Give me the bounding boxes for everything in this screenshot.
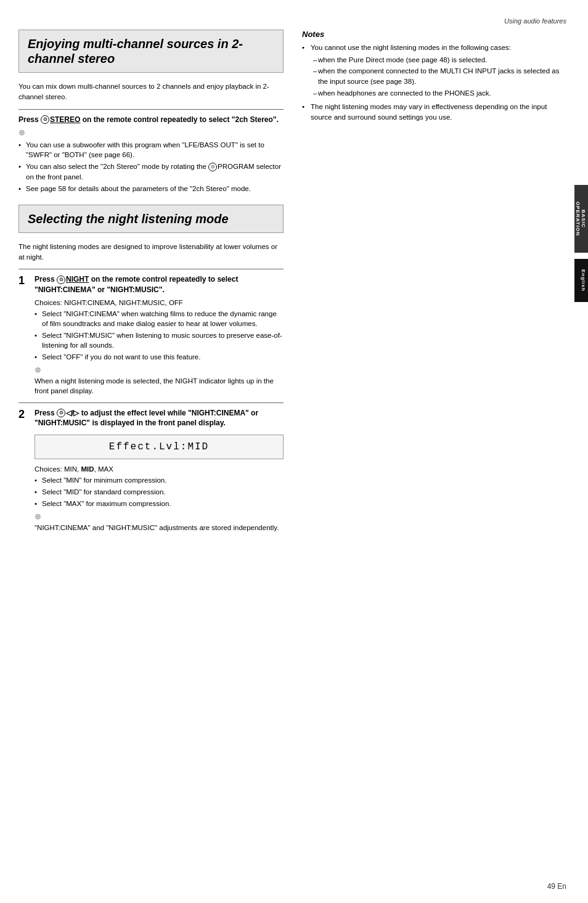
step1-bullets: Select "NIGHT:CINEMA" when watching film… bbox=[35, 309, 284, 362]
tip-icon-2: ❊ bbox=[35, 366, 284, 375]
step1-content: Press ⊙NIGHT on the remote control repea… bbox=[35, 274, 284, 396]
arrow-circle-icon: ⊙ bbox=[57, 409, 65, 417]
step1-container: 1 Press ⊙NIGHT on the remote control rep… bbox=[18, 274, 284, 396]
step1-bullet-3: Select "OFF" if you do not want to use t… bbox=[35, 352, 284, 362]
section1-bullet-3: See page 58 for details about the parame… bbox=[18, 184, 284, 194]
section1-bullet-1: You can use a subwoofer with this progra… bbox=[18, 140, 284, 160]
right-column: Notes You cannot use the night listening… bbox=[296, 30, 566, 539]
tip-icon-1: ❊ bbox=[18, 128, 284, 137]
display-box: Effect.Lvl:MID bbox=[35, 435, 284, 459]
section1-bullet-2: You can also select the "2ch Stereo" mod… bbox=[18, 161, 284, 181]
basic-operation-tab[interactable]: BASICOPERATION bbox=[574, 185, 588, 253]
stereo-underline: STEREO bbox=[50, 115, 80, 124]
section1-step-heading: Press ⊙STEREO on the remote control repe… bbox=[18, 115, 284, 125]
step1-tip-text: When a night listening mode is selected,… bbox=[35, 376, 284, 396]
program-circle-icon: ⊙ bbox=[208, 163, 217, 171]
stereo-circle-icon: ⊙ bbox=[41, 115, 49, 124]
step2-tip-text: "NIGHT:CINEMA" and "NIGHT:MUSIC" adjustm… bbox=[35, 523, 284, 533]
step2-bullet-3: Select "MAX" for maximum compression. bbox=[35, 499, 284, 509]
page-number: 49 En bbox=[547, 882, 566, 891]
section2-title: Selecting the night listening mode bbox=[28, 211, 274, 226]
notes-subitem-1-2: when the component connected to the MULT… bbox=[313, 66, 566, 86]
step1-bullet-2: Select "NIGHT:MUSIC" when listening to m… bbox=[35, 330, 284, 350]
step1-number: 1 bbox=[18, 274, 30, 396]
step2-number: 2 bbox=[18, 408, 30, 533]
step1-choices: Choices: NIGHT:CINEMA, NIGHT:MUSIC, OFF bbox=[35, 299, 284, 306]
notes-heading: Notes bbox=[302, 30, 566, 39]
step2-content: Press ⊙◁/▷ to adjust the effect level wh… bbox=[35, 408, 284, 533]
step2-heading: Press ⊙◁/▷ to adjust the effect level wh… bbox=[35, 408, 284, 429]
notes-item-1: You cannot use the night listening modes… bbox=[302, 43, 566, 98]
program-underline: PROGRAM bbox=[218, 163, 254, 170]
header-text: Using audio features bbox=[504, 17, 566, 25]
section1-bullets: You can use a subwoofer with this progra… bbox=[18, 140, 284, 193]
step2-bullet-1: Select "MIN" for minimum compression. bbox=[35, 475, 284, 485]
page-header: Using audio features bbox=[0, 12, 588, 30]
section1-box: Enjoying multi-channel sources in 2-chan… bbox=[18, 30, 284, 73]
notes-item-1-text: You cannot use the night listening modes… bbox=[311, 44, 511, 51]
step2-choices: Choices: MIN, MID, MAX bbox=[35, 465, 284, 473]
notes-list: You cannot use the night listening modes… bbox=[302, 43, 566, 123]
section2-box: Selecting the night listening mode bbox=[18, 205, 284, 233]
step2-bullet-2: Select "MID" for standard compression. bbox=[35, 487, 284, 497]
vertical-tabs: BASICOPERATION English bbox=[574, 185, 588, 302]
page-footer: 49 En bbox=[547, 882, 566, 891]
content-area: Enjoying multi-channel sources in 2-chan… bbox=[0, 30, 588, 539]
section2-intro: The night listening modes are designed t… bbox=[18, 242, 284, 263]
notes-subitem-1-3: when headphones are connected to the PHO… bbox=[313, 88, 566, 99]
step1-heading: Press ⊙NIGHT on the remote control repea… bbox=[35, 274, 284, 295]
step2-container: 2 Press ⊙◁/▷ to adjust the effect level … bbox=[18, 408, 284, 533]
left-column: Enjoying multi-channel sources in 2-chan… bbox=[18, 30, 284, 539]
notes-subitems-1: when the Pure Direct mode (see page 48) … bbox=[311, 55, 566, 99]
night-circle-icon: ⊙ bbox=[57, 276, 65, 284]
page-wrapper: Using audio features Enjoying multi-chan… bbox=[0, 0, 588, 903]
section1-title: Enjoying multi-channel sources in 2-chan… bbox=[28, 36, 274, 66]
section1-intro: You can mix down multi-channel sources t… bbox=[18, 81, 284, 103]
divider3 bbox=[18, 402, 284, 403]
divider2 bbox=[18, 269, 284, 269]
divider1 bbox=[18, 109, 284, 110]
notes-item-2: The night listening modes may vary in ef… bbox=[302, 102, 566, 122]
step2-bullets: Select "MIN" for minimum compression. Se… bbox=[35, 475, 284, 509]
english-tab[interactable]: English bbox=[574, 259, 588, 302]
notes-subitem-1-1: when the Pure Direct mode (see page 48) … bbox=[313, 55, 566, 65]
tip-icon-3: ❊ bbox=[35, 512, 284, 521]
step1-bullet-1: Select "NIGHT:CINEMA" when watching film… bbox=[35, 309, 284, 329]
notes-item-2-text: The night listening modes may vary in ef… bbox=[311, 103, 547, 121]
night-underline: NIGHT bbox=[66, 275, 89, 284]
